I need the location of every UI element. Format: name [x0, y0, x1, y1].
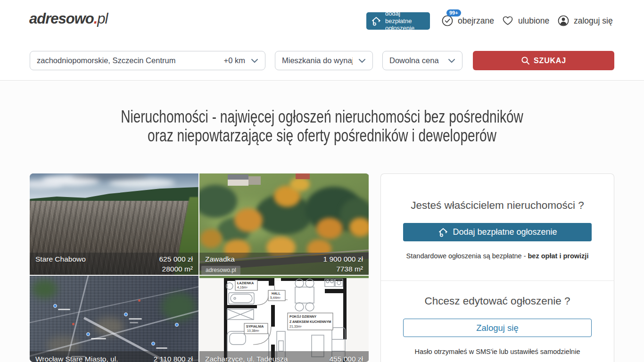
listing-price: 455 000 zł — [329, 354, 363, 362]
check-circle-icon: 99+ — [441, 15, 454, 27]
map-label-mark — [58, 309, 70, 310]
svg-text:ŁAZIENKA: ŁAZIENKA — [237, 281, 254, 285]
map-label-mark — [91, 338, 106, 339]
search-button-label: SZUKAJ — [534, 57, 566, 65]
owner-section-note: Standardowe ogłoszenia są bezpłatne - be… — [381, 252, 614, 260]
login-nav-item[interactable]: zaloguj się — [557, 14, 613, 27]
listing-price: 1 900 000 zł — [323, 254, 363, 264]
svg-text:POKÓJ DZIENNY: POKÓJ DZIENNY — [289, 314, 317, 318]
edit-section-title: Chcesz edytować ogłoszenie ? — [381, 281, 614, 307]
price-select[interactable]: Dowolna cena — [382, 51, 462, 70]
svg-text:Z ANEKSEM KUCHENNYM: Z ANEKSEM KUCHENNYM — [289, 320, 331, 323]
property-type-select[interactable]: Mieszkania do wynajęc — [275, 51, 373, 70]
photo-watermark: adresowo.pl — [201, 266, 240, 275]
property-type-value: Mieszkania do wynajęc — [282, 56, 353, 65]
edit-section-note: Hasło otrzymałeś w SMS'ie lub ustawiłeś … — [381, 348, 614, 355]
svg-text:HALL: HALL — [272, 292, 281, 295]
svg-text:4,16m²: 4,16m² — [237, 286, 248, 289]
owner-section-title: Jesteś właścicielem nieruchomości ? — [381, 174, 614, 212]
price-value: Dowolna cena — [389, 56, 439, 65]
login-label: zaloguj się — [574, 16, 613, 26]
listing-name: Stare Chabowo — [35, 254, 86, 264]
viewed-label: obejrzane — [458, 16, 494, 26]
map-pin — [124, 313, 128, 316]
listing-overlay: Stare Chabowo 625 000 zł 28000 m² — [30, 253, 198, 275]
svg-text:SYPIALNIA: SYPIALNIA — [246, 325, 264, 328]
login-sidebar-button[interactable]: Zaloguj się — [403, 319, 592, 337]
svg-text:10,38m²: 10,38m² — [247, 329, 259, 332]
user-icon — [557, 15, 570, 27]
viewed-nav-item[interactable]: 99+ obejrzane — [441, 14, 494, 27]
location-input[interactable]: zachodniopomorskie, Szczecin Centrum +0 … — [30, 51, 265, 70]
page: adresowo.pl dodaj bezpłatne ogłoszenie 9… — [0, 0, 644, 362]
heart-icon — [502, 15, 514, 27]
listing-name: Wrocław Stare Miasto, ul. — [35, 354, 118, 362]
location-value: zachodniopomorskie, Szczecin Centrum — [37, 56, 175, 65]
listing-price: 625 000 zł — [159, 254, 193, 264]
page-title: Nieruchomości - najwięcej ogłoszeń nieru… — [0, 107, 644, 145]
svg-text:5,44m²: 5,44m² — [270, 296, 281, 299]
map-pin — [151, 342, 155, 346]
chevron-down-icon — [251, 58, 258, 63]
favorites-nav-item[interactable]: ulubione — [502, 14, 549, 27]
listing-area: 28000 m² — [35, 264, 193, 274]
aerial-driveway — [248, 176, 261, 185]
featured-listings-grid: Stare Chabowo 625 000 zł 28000 m² — [30, 173, 369, 362]
listing-overlay: Zacharzyce, ul. Tadeusza 455 000 zł — [199, 351, 369, 362]
listing-name: Zacharzyce, ul. Tadeusza — [205, 354, 288, 362]
listing-overlay: Wrocław Stare Miasto, ul. 2 110 800 zł — [30, 351, 198, 362]
aerial-house-2 — [296, 173, 310, 179]
house-plus-icon — [438, 227, 449, 238]
listing-tile-wroclaw[interactable]: Wrocław Stare Miasto, ul. 2 110 800 zł — [30, 276, 198, 362]
aerial-house-roof — [228, 174, 248, 180]
add-listing-header-label: dodaj bezpłatne ogłoszenie — [385, 10, 426, 32]
site-logo[interactable]: adresowo.pl — [29, 10, 107, 27]
map-pin — [86, 332, 90, 336]
favorites-label: ulubione — [518, 16, 549, 26]
map-label-mark — [130, 322, 138, 323]
search-button[interactable]: SZUKAJ — [473, 51, 614, 70]
house-plus-icon — [371, 16, 382, 27]
listing-price: 2 110 800 zł — [154, 354, 193, 362]
map-marker-red — [72, 323, 74, 325]
listing-name: Zawadka — [205, 254, 235, 264]
listing-tile-stare-chabowo[interactable]: Stare Chabowo 625 000 zł 28000 m² — [30, 173, 198, 275]
add-listing-sidebar-label: Dodaj bezpłatne ogłoszenie — [453, 227, 557, 237]
chevron-down-icon — [448, 58, 455, 63]
listing-tile-zacharzyce[interactable]: ŁAZIENKA 4,16m² HALL 5,44m² POKÓJ DZIENN… — [199, 276, 369, 362]
add-listing-sidebar-button[interactable]: Dodaj bezpłatne ogłoszenie — [403, 223, 592, 241]
svg-text:21,33m²: 21,33m² — [289, 325, 302, 328]
map-marker-red — [138, 299, 140, 302]
logo-text: adresowo — [29, 10, 94, 27]
floor-plan-image: ŁAZIENKA 4,16m² HALL 5,44m² POKÓJ DZIENN… — [199, 276, 369, 362]
listing-tile-zawadka[interactable]: adresowo.pl Zawadka 1 900 000 zł 7738 m² — [199, 173, 369, 275]
add-listing-header-button[interactable]: dodaj bezpłatne ogłoszenie — [366, 12, 430, 30]
logo-tld: pl — [97, 10, 107, 27]
map-label-mark — [129, 318, 142, 320]
map-pin — [53, 304, 57, 308]
search-icon — [521, 56, 530, 65]
viewed-count-badge: 99+ — [446, 9, 461, 16]
map-pin — [175, 323, 179, 327]
sidebar-card: Jesteś właścicielem nieruchomości ? Doda… — [380, 173, 614, 362]
page-title-line2: oraz niepowtarzające się oferty pośredni… — [71, 126, 573, 145]
chevron-down-icon — [358, 58, 366, 63]
map-label-mark — [156, 347, 167, 349]
radius-value: +0 km — [224, 56, 251, 65]
page-title-line1: Nieruchomości - najwięcej ogłoszeń nieru… — [71, 107, 573, 126]
